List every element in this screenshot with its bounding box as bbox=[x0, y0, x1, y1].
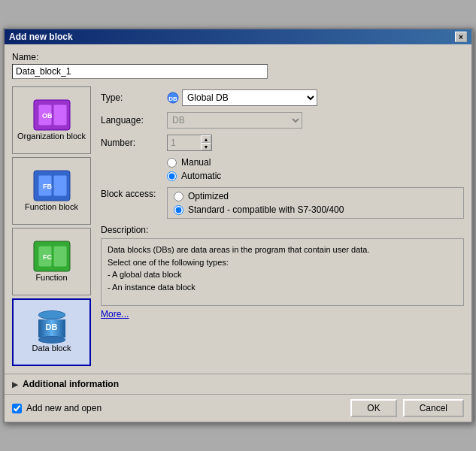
number-input[interactable] bbox=[168, 136, 201, 150]
db-icon: DB bbox=[35, 310, 68, 344]
dialog-title: Add new block bbox=[9, 32, 73, 42]
additional-info-label: Additional information bbox=[23, 379, 119, 389]
title-bar: Add new block × bbox=[5, 29, 471, 44]
type-select[interactable]: Global DB Instance DB bbox=[182, 89, 317, 106]
standard-radio[interactable] bbox=[174, 205, 183, 215]
number-spinner[interactable]: ▲ ▼ bbox=[167, 135, 212, 151]
footer-left: Add new and open bbox=[12, 403, 102, 413]
main-content: OB Organization block FB Function block bbox=[12, 86, 464, 366]
name-input[interactable] bbox=[12, 64, 268, 79]
numbering-options: Manual Automatic bbox=[167, 157, 221, 181]
ob-label: Organization block bbox=[17, 132, 86, 141]
number-label: Number: bbox=[101, 138, 161, 148]
additional-info-section[interactable]: ▶ Additional information bbox=[5, 374, 471, 394]
global-db-icon: DB bbox=[167, 92, 179, 104]
dialog-body: Name: OB Organization block bbox=[5, 44, 471, 374]
add-and-open-checkbox[interactable] bbox=[12, 404, 22, 413]
automatic-radio[interactable] bbox=[167, 171, 177, 181]
add-new-block-dialog: Add new block × Name: OB Organizati bbox=[3, 28, 473, 423]
fc-icon: FC bbox=[32, 240, 71, 273]
ok-button[interactable]: OK bbox=[350, 399, 396, 417]
fb-icon: FB bbox=[32, 169, 71, 202]
close-button[interactable]: × bbox=[455, 32, 467, 42]
language-label: Language: bbox=[101, 115, 161, 126]
optimized-label[interactable]: Optimized bbox=[188, 191, 229, 201]
right-panel: Type: DB Global DB Instance DB bbox=[101, 86, 464, 366]
standard-row: Standard - compatible with S7-300/400 bbox=[174, 204, 457, 215]
spin-buttons: ▲ ▼ bbox=[201, 135, 211, 150]
block-item-fb[interactable]: FB Function block bbox=[12, 157, 91, 225]
manual-radio[interactable] bbox=[167, 158, 177, 168]
optimized-radio[interactable] bbox=[174, 192, 183, 201]
svg-text:FC: FC bbox=[43, 253, 52, 261]
svg-rect-2 bbox=[53, 104, 67, 126]
ob-icon: OB bbox=[32, 98, 71, 132]
automatic-row: Automatic bbox=[167, 171, 221, 181]
spin-up-button[interactable]: ▲ bbox=[201, 135, 211, 143]
footer: Add new and open OK Cancel bbox=[5, 394, 471, 422]
language-select[interactable]: DB bbox=[167, 112, 302, 129]
footer-buttons: OK Cancel bbox=[350, 399, 464, 417]
block-item-db[interactable]: DB Data block bbox=[12, 298, 91, 366]
language-row: Language: DB bbox=[101, 112, 464, 129]
name-section: Name: bbox=[12, 52, 464, 79]
expand-arrow-icon: ▶ bbox=[12, 380, 18, 389]
svg-rect-10 bbox=[53, 246, 67, 267]
numbering-row: Manual Automatic bbox=[101, 157, 464, 181]
block-item-ob[interactable]: OB Organization block bbox=[12, 86, 91, 154]
svg-rect-6 bbox=[53, 175, 67, 196]
optimized-row: Optimized bbox=[174, 191, 457, 201]
number-row: Number: ▲ ▼ bbox=[101, 135, 464, 151]
automatic-label[interactable]: Automatic bbox=[181, 171, 221, 181]
description-title: Description: bbox=[101, 225, 464, 235]
block-list: OB Organization block FB Function block bbox=[12, 86, 95, 366]
fb-label: Function block bbox=[25, 202, 78, 212]
svg-text:DB: DB bbox=[168, 95, 177, 102]
manual-row: Manual bbox=[167, 157, 221, 168]
description-section: Description: Data blocks (DBs) are data … bbox=[101, 225, 464, 319]
svg-text:FB: FB bbox=[43, 183, 52, 190]
standard-label[interactable]: Standard - compatible with S7-300/400 bbox=[188, 204, 344, 215]
spin-down-button[interactable]: ▼ bbox=[201, 143, 211, 150]
type-label: Type: bbox=[101, 92, 161, 103]
type-row: Type: DB Global DB Instance DB bbox=[101, 89, 464, 106]
db-label: Data block bbox=[32, 344, 71, 353]
description-box: Data blocks (DBs) are data areas in the … bbox=[101, 238, 464, 306]
manual-label[interactable]: Manual bbox=[181, 157, 211, 168]
description-text: Data blocks (DBs) are data areas in the … bbox=[108, 245, 370, 292]
type-control: DB Global DB Instance DB bbox=[167, 89, 317, 106]
more-link[interactable]: More... bbox=[101, 309, 129, 319]
add-and-open-label[interactable]: Add new and open bbox=[26, 403, 102, 413]
block-item-fc[interactable]: FC Function bbox=[12, 228, 91, 295]
svg-text:OB: OB bbox=[42, 112, 53, 120]
access-options: Optimized Standard - compatible with S7-… bbox=[167, 187, 464, 219]
block-access-label: Block access: bbox=[101, 187, 161, 199]
fc-label: Function bbox=[35, 273, 67, 283]
name-label: Name: bbox=[12, 52, 464, 62]
block-access-row: Block access: Optimized Standard - compa… bbox=[101, 187, 464, 219]
cancel-button[interactable]: Cancel bbox=[403, 399, 464, 417]
